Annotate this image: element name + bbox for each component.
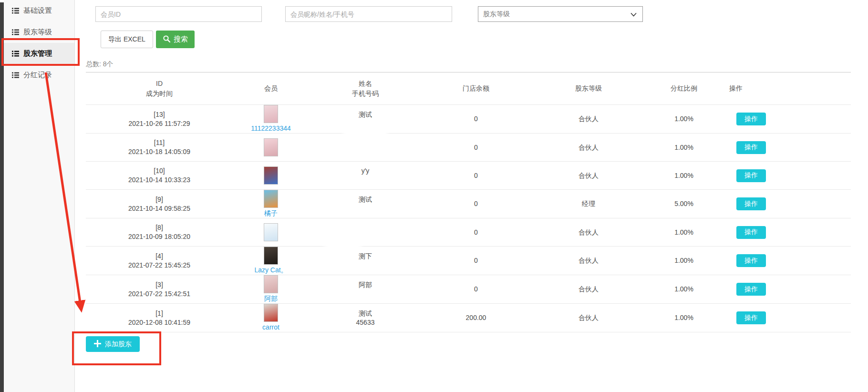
shareholder-level-select[interactable]: 股东等级 [478, 6, 643, 22]
row-action-button[interactable]: 操作 [736, 283, 766, 296]
member-nickname-link[interactable]: 11122233344 [251, 124, 291, 133]
table-row: [4] 2021-07-22 15:45:25 Lazy Cat。 测下 0 合… [86, 247, 851, 275]
row-phone [309, 261, 422, 270]
cell-level: 合伙人 [530, 134, 647, 162]
cell-action: 操作 [721, 190, 851, 218]
header-member: 会员 [233, 72, 309, 105]
cell-member: 橘子 [233, 190, 309, 218]
sidebar-item-label: 分红记录 [23, 71, 52, 80]
cell-action: 操作 [721, 275, 851, 304]
row-phone [309, 289, 422, 299]
row-time: 2021-10-18 14:05:09 [86, 147, 233, 156]
sidebar-item[interactable]: 分红记录 [4, 64, 74, 86]
cell-member [233, 162, 309, 190]
row-id: [1] [86, 309, 233, 318]
chevron-down-icon [630, 10, 637, 18]
add-shareholder-button[interactable]: 添加股东 [86, 336, 140, 352]
cell-name-phone: y'y [309, 162, 422, 190]
member-avatar [264, 166, 278, 185]
cell-level: 合伙人 [530, 247, 647, 275]
cell-member: 阿部 [233, 275, 309, 304]
row-name: 测下 [309, 252, 422, 261]
cell-balance: 0 [422, 105, 530, 134]
row-name [309, 223, 422, 232]
row-id: [9] [86, 195, 233, 204]
cell-id-time: [1] 2020-12-08 10:41:59 [86, 304, 233, 332]
member-avatar [264, 138, 278, 156]
cell-id-time: [3] 2021-07-22 15:42:51 [86, 275, 233, 304]
redaction-smudge [323, 237, 362, 252]
cell-ratio: 1.00% [647, 218, 721, 247]
search-button[interactable]: 搜索 [156, 31, 195, 48]
member-nickname-link[interactable]: Lazy Cat。 [254, 266, 287, 275]
cell-balance: 200.00 [422, 304, 530, 332]
member-avatar [264, 247, 278, 265]
row-name: 测试 [309, 110, 422, 119]
row-action-button[interactable]: 操作 [736, 169, 766, 182]
row-action-button[interactable]: 操作 [736, 311, 766, 324]
cell-member [233, 134, 309, 162]
cell-balance: 0 [422, 134, 530, 162]
cell-ratio: 1.00% [647, 162, 721, 190]
member-nickname-link[interactable]: carrot [262, 323, 279, 332]
row-action-button[interactable]: 操作 [736, 226, 766, 239]
list-icon [12, 8, 19, 14]
row-action-button[interactable]: 操作 [736, 254, 766, 267]
shareholder-management-page: 基础设置股东等级股东管理分红记录 股东等级 导出 EXCEL 搜索 总数: 8个… [0, 0, 868, 392]
cell-name-phone: 测试 45633 [309, 304, 422, 332]
row-action-button[interactable]: 操作 [736, 113, 766, 125]
left-dark-strip [0, 2, 4, 392]
row-time: 2021-10-26 11:57:29 [86, 119, 233, 128]
sidebar-item[interactable]: 基础设置 [4, 0, 74, 21]
search-button-label: 搜索 [174, 35, 188, 44]
sidebar-item[interactable]: 股东管理 [4, 43, 74, 64]
row-time: 2021-07-22 15:42:51 [86, 289, 233, 299]
list-icon [12, 51, 19, 57]
row-action-button[interactable]: 操作 [736, 197, 766, 210]
member-nickname-link[interactable]: 阿部 [264, 294, 278, 303]
row-phone [309, 204, 422, 213]
redaction-smudge [342, 123, 388, 140]
row-time: 2021-10-14 09:58:25 [86, 204, 233, 213]
cell-action: 操作 [721, 134, 851, 162]
header-id: ID成为时间 [86, 72, 233, 105]
table-row: [10] 2021-10-14 10:33:23 y'y 0 合伙人 1.00%… [86, 162, 851, 190]
member-id-input[interactable] [95, 6, 262, 22]
sidebar: 基础设置股东等级股东管理分红记录 [4, 0, 75, 392]
row-id: [10] [86, 166, 233, 175]
plus-icon [94, 340, 101, 349]
row-id: [13] [86, 110, 233, 119]
cell-ratio: 1.00% [647, 134, 721, 162]
add-shareholder-label: 添加股东 [105, 340, 132, 349]
export-excel-button[interactable]: 导出 EXCEL [101, 31, 153, 48]
cell-id-time: [10] 2021-10-14 10:33:23 [86, 162, 233, 190]
header-balance: 门店余额 [422, 72, 530, 105]
row-name: 测试 [309, 195, 422, 204]
row-phone: 45633 [309, 318, 422, 327]
row-action-button[interactable]: 操作 [736, 141, 766, 154]
shareholder-table: ID成为时间 会员 姓名手机号码 门店余额 股东等级 分红比例 操作 [13] … [86, 72, 851, 332]
cell-member: carrot [233, 304, 309, 332]
cell-ratio: 1.00% [647, 247, 721, 275]
nickname-search-input[interactable] [285, 6, 452, 22]
list-icon [12, 72, 19, 78]
row-time: 2021-07-22 15:45:25 [86, 261, 233, 270]
row-time: 2021-10-09 18:05:20 [86, 232, 233, 241]
member-nickname-link[interactable]: 橘子 [264, 209, 278, 218]
cell-member: Lazy Cat。 [233, 247, 309, 275]
header-action: 操作 [721, 72, 851, 105]
cell-ratio: 1.00% [647, 304, 721, 332]
row-time: 2020-12-08 10:41:59 [86, 318, 233, 327]
cell-balance: 0 [422, 275, 530, 304]
header-ratio: 分红比例 [647, 72, 721, 105]
row-time: 2021-10-14 10:33:23 [86, 175, 233, 185]
cell-level: 合伙人 [530, 162, 647, 190]
header-name: 姓名手机号码 [309, 72, 422, 105]
cell-name-phone: 测试 [309, 190, 422, 218]
member-avatar [264, 105, 278, 123]
cell-level: 经理 [530, 190, 647, 218]
sidebar-item[interactable]: 股东等级 [4, 21, 74, 43]
member-avatar [264, 223, 278, 241]
cell-action: 操作 [721, 304, 851, 332]
table-header: ID成为时间 会员 姓名手机号码 门店余额 股东等级 分红比例 操作 [86, 72, 851, 105]
